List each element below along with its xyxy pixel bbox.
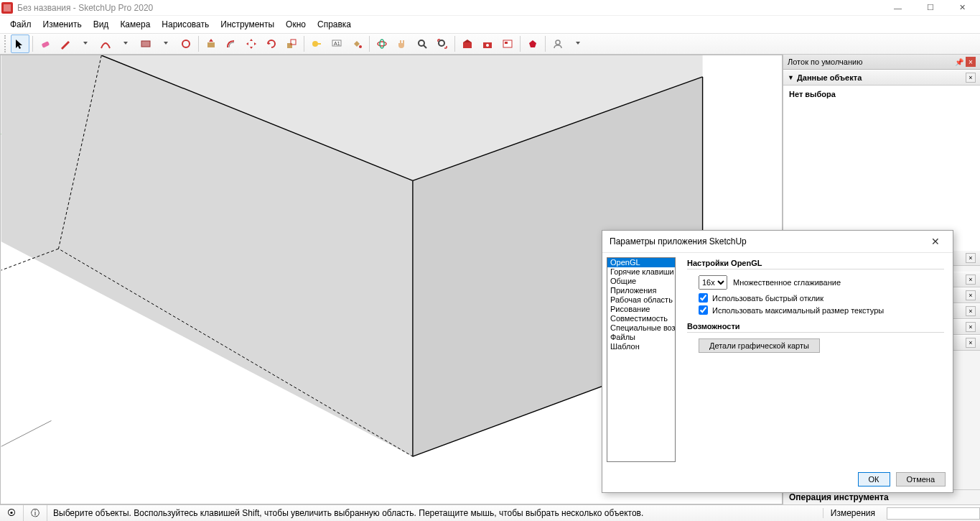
menu-camera[interactable]: Камера xyxy=(114,17,156,32)
materials-panel-close[interactable]: × xyxy=(966,253,976,263)
svg-point-13 xyxy=(380,40,384,48)
ok-button[interactable]: ОК xyxy=(858,472,890,487)
capabilities-section-title: Возможности xyxy=(687,322,944,333)
fast-feedback-label: Использовать быстрый отклик xyxy=(712,294,823,303)
menu-file[interactable]: Файл xyxy=(4,17,37,32)
fast-feedback-checkbox[interactable] xyxy=(699,293,708,303)
svg-point-3 xyxy=(182,40,190,47)
pencil-tool[interactable] xyxy=(56,34,75,53)
ruby-tool[interactable] xyxy=(523,34,542,53)
paintbucket-tool[interactable] xyxy=(347,34,366,53)
svg-point-7 xyxy=(312,41,318,47)
status-info-icon[interactable]: ⓘ xyxy=(24,505,47,521)
entity-panel-header[interactable]: ▼ Данные объекта × xyxy=(783,70,980,86)
menu-tools[interactable]: Инструменты xyxy=(215,17,280,32)
no-selection-label: Нет выбора xyxy=(789,90,836,98)
pin-icon[interactable]: 📌 xyxy=(954,57,964,67)
dialog-close-icon[interactable]: ✕ xyxy=(925,234,946,249)
menu-view[interactable]: Вид xyxy=(88,17,115,32)
entity-panel-blank xyxy=(783,103,980,250)
pan-tool[interactable] xyxy=(393,34,411,53)
gpu-details-button[interactable]: Детали графической карты xyxy=(699,338,820,353)
close-button[interactable]: ✕ xyxy=(946,0,979,16)
prefs-item-apps[interactable]: Приложения xyxy=(607,286,675,295)
menu-edit[interactable]: Изменить xyxy=(37,17,88,32)
svg-rect-1 xyxy=(42,41,50,48)
prefs-category-list[interactable]: OpenGL Горячие клавиши Общие Приложения … xyxy=(607,257,676,462)
app-icon xyxy=(1,2,13,14)
3dwarehouse-tool[interactable] xyxy=(458,34,477,53)
max-texture-label: Использовать максимальный размер текстур… xyxy=(712,306,884,315)
zoomextents-tool[interactable] xyxy=(433,34,452,53)
svg-rect-2 xyxy=(141,41,150,47)
circle-tool[interactable] xyxy=(177,34,195,53)
offset-tool[interactable] xyxy=(222,34,241,53)
dialog-titlebar[interactable]: Параметры приложения SketchUp ✕ xyxy=(602,231,953,252)
pencil-dropdown[interactable] xyxy=(76,34,95,53)
svg-rect-17 xyxy=(463,42,472,48)
menu-help[interactable]: Справка xyxy=(312,17,357,32)
tray-close-icon[interactable]: × xyxy=(966,57,976,67)
svg-rect-0 xyxy=(4,4,11,11)
rotate-tool[interactable] xyxy=(262,34,281,53)
prefs-item-files[interactable]: Файлы xyxy=(607,333,675,342)
text-tool[interactable]: A1 xyxy=(327,34,346,53)
menubar: Файл Изменить Вид Камера Нарисовать Инст… xyxy=(0,16,980,33)
svg-rect-21 xyxy=(505,42,508,44)
orbit-tool[interactable] xyxy=(373,34,391,53)
status-hint: Выберите объекты. Воспользуйтесь клавише… xyxy=(47,508,823,518)
svg-point-12 xyxy=(378,42,386,46)
svg-line-33 xyxy=(1,420,52,446)
prefs-item-template[interactable]: Шаблон xyxy=(607,342,675,351)
select-tool[interactable] xyxy=(11,34,29,53)
entity-panel-close[interactable]: × xyxy=(966,73,976,83)
prefs-item-drawing[interactable]: Рисование xyxy=(607,305,675,314)
prefs-item-general[interactable]: Общие xyxy=(607,277,675,286)
titlebar: Без названия - SketchUp Pro 2020 — ☐ ✕ xyxy=(0,0,980,16)
arc-tool[interactable] xyxy=(96,34,115,53)
scale-tool[interactable] xyxy=(282,34,301,53)
window-title: Без названия - SketchUp Pro 2020 xyxy=(17,3,882,13)
rect-dropdown[interactable] xyxy=(157,34,175,53)
measure-input[interactable] xyxy=(887,507,980,520)
svg-text:A1: A1 xyxy=(334,41,340,46)
svg-rect-4 xyxy=(207,42,215,47)
tape-tool[interactable] xyxy=(307,34,326,53)
rectangle-tool[interactable] xyxy=(136,34,155,53)
prefs-item-compat[interactable]: Совместимость xyxy=(607,314,675,323)
profile-dropdown[interactable] xyxy=(569,34,587,53)
prefs-item-access[interactable]: Специальные возможности xyxy=(607,323,675,333)
extensionwarehouse-tool[interactable] xyxy=(478,34,497,53)
cancel-button[interactable]: Отмена xyxy=(896,472,946,487)
svg-point-19 xyxy=(486,44,489,47)
dialog-title: Параметры приложения SketchUp xyxy=(610,236,925,246)
entity-panel-title: Данные объекта xyxy=(797,73,966,82)
tray-header[interactable]: Лоток по умолчанию 📌 × xyxy=(783,55,980,70)
svg-point-11 xyxy=(359,45,362,48)
menu-window[interactable]: Окно xyxy=(280,17,312,32)
statusbar: ⦿ ⓘ Выберите объекты. Воспользуйтесь кла… xyxy=(0,504,980,521)
move-tool[interactable] xyxy=(242,34,261,53)
profile-tool[interactable] xyxy=(549,34,567,53)
maximize-button[interactable]: ☐ xyxy=(914,0,946,16)
prefs-item-workspace[interactable]: Рабочая область xyxy=(607,295,675,305)
status-help-icon[interactable]: ⦿ xyxy=(0,505,24,521)
chevron-down-icon: ▼ xyxy=(788,74,794,81)
menu-draw[interactable]: Нарисовать xyxy=(156,17,215,32)
eraser-tool[interactable] xyxy=(36,34,55,53)
zoom-tool[interactable] xyxy=(413,34,431,53)
svg-point-16 xyxy=(439,40,444,46)
arc-dropdown[interactable] xyxy=(116,34,135,53)
toolbar-grip[interactable] xyxy=(4,35,8,52)
pushpull-tool[interactable] xyxy=(202,34,220,53)
svg-point-14 xyxy=(419,40,424,46)
prefs-item-opengl[interactable]: OpenGL xyxy=(607,258,675,267)
max-texture-checkbox[interactable] xyxy=(699,305,708,315)
layout-tool[interactable] xyxy=(498,34,517,53)
preferences-dialog: Параметры приложения SketchUp ✕ OpenGL Г… xyxy=(602,230,953,493)
prefs-item-shortcuts[interactable]: Горячие клавиши xyxy=(607,267,675,277)
antialias-select[interactable]: 16x xyxy=(699,275,727,290)
minimize-button[interactable]: — xyxy=(882,0,914,16)
tray-title-label: Лоток по умолчанию xyxy=(788,57,953,66)
toolbar: A1 xyxy=(0,33,980,55)
